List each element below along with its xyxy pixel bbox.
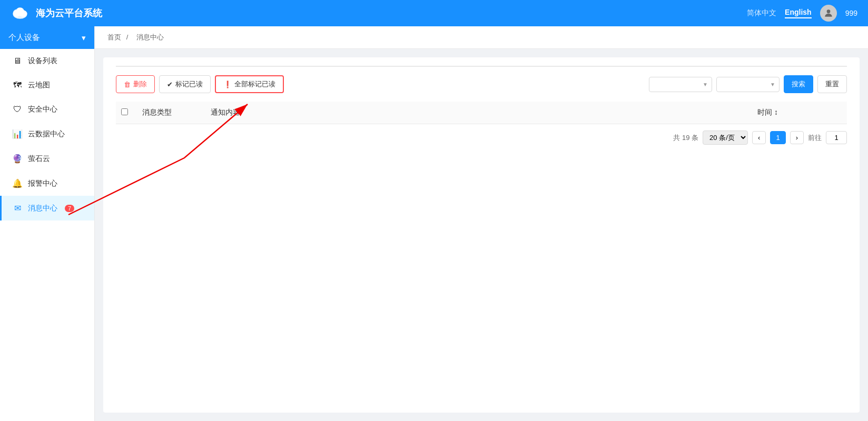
- user-icon: [823, 8, 834, 18]
- user-avatar[interactable]: [820, 5, 837, 22]
- app-title: 海为云平台系统: [36, 7, 102, 19]
- breadcrumb-current: 消息中心: [136, 33, 164, 41]
- delete-label: 删除: [133, 79, 147, 89]
- next-page-btn[interactable]: ›: [790, 131, 804, 144]
- message-table: 消息类型 通知内容 时间 ↕: [116, 102, 847, 124]
- sidebar-item-security[interactable]: 🛡 安全中心: [0, 97, 94, 122]
- table-header: 消息类型 通知内容 时间 ↕: [116, 102, 847, 124]
- search-label: 搜索: [792, 79, 805, 89]
- check-icon: ✔: [167, 81, 173, 88]
- prev-page-btn[interactable]: ‹: [752, 131, 766, 144]
- total-count: 共 19 条: [673, 133, 698, 143]
- page-1-btn[interactable]: 1: [770, 131, 785, 144]
- header-left: 海为云平台系统: [11, 4, 102, 23]
- exclamation-icon: ❗: [223, 81, 232, 88]
- sidebar-label-cloud-map: 云地图: [28, 81, 50, 90]
- sidebar-item-cloud-data[interactable]: 📊 云数据中心: [0, 122, 94, 146]
- breadcrumb-separator: /: [126, 33, 129, 41]
- sidebar-menu: 🖥 设备列表 🗺 云地图 🛡 安全中心 📊 云数据中心 🔮 萤石云 🔔 报警中心…: [0, 49, 94, 421]
- alarm-icon: 🔔: [12, 178, 23, 188]
- header-right: 简体中文 English 999: [747, 5, 857, 22]
- mark-read-button[interactable]: ✔ 标记已读: [159, 75, 211, 93]
- sidebar-item-cloud-map[interactable]: 🗺 云地图: [0, 73, 94, 97]
- user-id: 999: [845, 9, 857, 17]
- gem-cloud-icon: 🔮: [12, 154, 23, 164]
- search-button[interactable]: 搜索: [784, 75, 813, 93]
- sidebar-item-gem-cloud[interactable]: 🔮 萤石云: [0, 146, 94, 171]
- status-filter[interactable]: [649, 77, 712, 92]
- reset-button[interactable]: 重置: [817, 75, 847, 93]
- sidebar-label-cloud-data: 云数据中心: [28, 129, 65, 139]
- status-filter-wrap: [649, 77, 712, 92]
- content-area: 🗑 删除 ✔ 标记已读 ❗ 全部标记已读: [103, 57, 860, 413]
- tab-bar: [116, 66, 847, 67]
- device-list-icon: 🖥: [12, 56, 23, 66]
- sidebar-item-alarm[interactable]: 🔔 报警中心: [0, 171, 94, 196]
- personal-device-label: 个人设备: [8, 33, 40, 43]
- main-content: 首页 / 消息中心 🗑 删除 ✔ 标记已读 ❗ 全部: [95, 26, 868, 421]
- sidebar-label-security: 安全中心: [28, 105, 57, 114]
- sidebar-label-gem-cloud: 萤石云: [28, 154, 50, 164]
- sort-icon[interactable]: ↕: [774, 108, 778, 116]
- sidebar-label-alarm: 报警中心: [28, 179, 57, 188]
- sidebar: 个人设备 ▾ 🖥 设备列表 🗺 云地图 🛡 安全中心 📊 云数据中心 🔮 萤石云: [0, 26, 95, 421]
- toolbar-right: 搜索 重置: [649, 75, 847, 93]
- personal-device-button[interactable]: 个人设备 ▾: [0, 26, 94, 49]
- col-type-header: 消息类型: [137, 102, 205, 124]
- cloud-logo-icon: [11, 4, 29, 23]
- goto-label: 前往: [808, 133, 822, 143]
- mark-all-read-button[interactable]: ❗ 全部标记已读: [215, 75, 284, 93]
- select-all-checkbox[interactable]: [121, 108, 128, 115]
- per-page-select[interactable]: 20 条/页: [703, 131, 748, 145]
- col-time-header: 时间 ↕: [752, 102, 847, 124]
- type-filter-wrap: [716, 77, 780, 92]
- badge-message: 7: [65, 205, 74, 212]
- message-icon: ✉: [12, 203, 23, 213]
- sidebar-item-message[interactable]: ✉ 消息中心 7: [0, 196, 94, 220]
- cloud-map-icon: 🗺: [12, 81, 23, 90]
- lang-en[interactable]: English: [785, 8, 812, 18]
- breadcrumb-home[interactable]: 首页: [107, 33, 121, 41]
- mark-all-read-label: 全部标记已读: [234, 79, 275, 89]
- sidebar-label-message: 消息中心: [28, 204, 57, 213]
- header: 海为云平台系统 简体中文 English 999: [0, 0, 868, 26]
- col-checkbox: [116, 102, 137, 124]
- toolbar: 🗑 删除 ✔ 标记已读 ❗ 全部标记已读: [116, 75, 847, 93]
- cloud-data-icon: 📊: [12, 129, 23, 139]
- lang-cn[interactable]: 简体中文: [747, 8, 776, 18]
- svg-point-3: [16, 7, 24, 16]
- chevron-down-icon: ▾: [82, 33, 86, 43]
- col-content-header: 通知内容: [205, 102, 752, 124]
- svg-point-4: [826, 9, 830, 13]
- sidebar-item-device-list[interactable]: 🖥 设备列表: [0, 49, 94, 73]
- mark-read-label: 标记已读: [175, 79, 203, 89]
- delete-button[interactable]: 🗑 删除: [116, 75, 155, 93]
- layout: 个人设备 ▾ 🖥 设备列表 🗺 云地图 🛡 安全中心 📊 云数据中心 🔮 萤石云: [0, 26, 868, 421]
- goto-page-input[interactable]: [826, 131, 847, 144]
- breadcrumb: 首页 / 消息中心: [95, 26, 868, 49]
- security-icon: 🛡: [12, 105, 23, 114]
- reset-label: 重置: [825, 79, 839, 89]
- trash-icon: 🗑: [124, 81, 131, 88]
- pagination: 共 19 条 20 条/页 ‹ 1 › 前往: [116, 124, 847, 145]
- sidebar-label-device-list: 设备列表: [28, 56, 57, 66]
- type-filter[interactable]: [716, 77, 780, 92]
